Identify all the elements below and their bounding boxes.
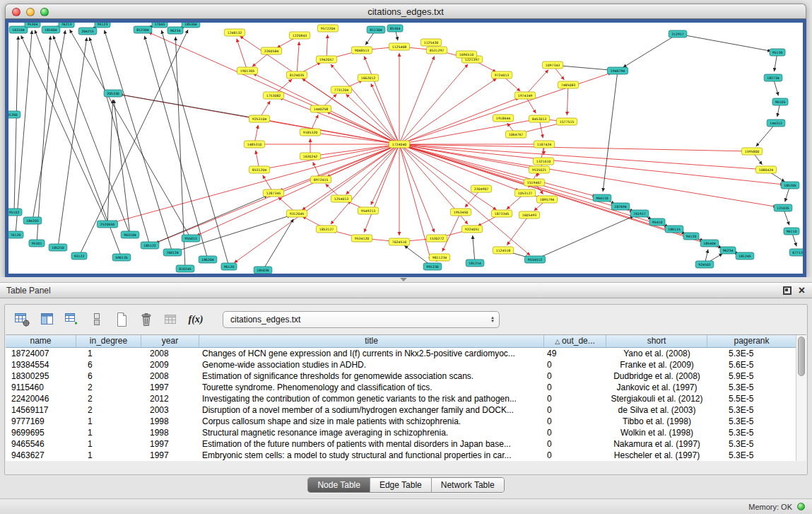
minimize-button[interactable]: [26, 8, 35, 16]
svg-text:1630242: 1630242: [303, 155, 318, 158]
memory-status-indicator[interactable]: [797, 503, 805, 510]
table-cell: 1998: [141, 416, 199, 427]
table-cell: 9777169: [6, 416, 76, 427]
svg-text:7485083: 7485083: [561, 83, 576, 87]
table-row[interactable]: 1456911722003Disruption of a novel membe…: [6, 404, 796, 416]
show-columns-button[interactable]: [38, 310, 57, 329]
tab-edge-table[interactable]: Edge Table: [370, 478, 431, 492]
table-cell: Estimation of the future numbers of pati…: [199, 438, 544, 450]
table-cell: 5.5E-5: [707, 393, 796, 404]
svg-text:95410: 95410: [652, 221, 663, 224]
tab-node-table[interactable]: Node Table: [308, 478, 370, 492]
svg-text:121035: 121035: [777, 206, 789, 210]
table-cell: 9115460: [6, 382, 76, 393]
table-row[interactable]: 969969511998Structural magnetic resonanc…: [6, 427, 796, 438]
panel-splitter[interactable]: [0, 277, 812, 282]
svg-text:185304: 185304: [184, 23, 197, 26]
table-cell: 1: [76, 348, 141, 359]
network-canvas[interactable]: 1724040118742495350211053127187334592240…: [8, 23, 803, 274]
table-cell: 1: [76, 438, 141, 450]
svg-text:95130: 95130: [772, 51, 783, 54]
svg-text:187694: 187694: [614, 205, 627, 209]
svg-text:9534120: 9534120: [355, 237, 370, 240]
network-view-frame: 1724040118742495350211053127187334592240…: [5, 19, 806, 277]
table-cell: 5.3E-5: [707, 427, 796, 438]
table-row[interactable]: 1938455462009Genome-wide association stu…: [6, 359, 796, 370]
table-cell: 49: [544, 348, 606, 359]
column-header-pagerank[interactable]: pagerank: [707, 335, 796, 347]
table-scrollbar[interactable]: [796, 335, 806, 461]
tab-network-table[interactable]: Network Table: [431, 478, 504, 492]
delete-table-button[interactable]: [137, 310, 155, 329]
float-panel-icon[interactable]: [783, 286, 792, 295]
svg-text:9549213: 9549213: [361, 209, 376, 213]
table-cell: Franke et al. (2009): [606, 359, 707, 370]
column-header-short[interactable]: short: [606, 335, 707, 347]
merge-table-button[interactable]: [162, 310, 180, 329]
table-row[interactable]: 946554611997Estimation of the future num…: [6, 438, 796, 450]
table-cell: Changes of HCN gene expression and I(f) …: [199, 348, 544, 359]
svg-text:9534512: 9534512: [528, 258, 543, 262]
table-header-row: name in_degree year title △out_de... sho…: [6, 335, 796, 348]
table-cell: 14569117: [6, 404, 76, 416]
svg-text:1696510: 1696510: [459, 53, 474, 57]
svg-text:201260: 201260: [8, 113, 18, 117]
svg-text:812304: 812304: [136, 28, 149, 32]
table-cell: 1997: [141, 450, 199, 461]
table-row[interactable]: 1872400712008Changes of HCN gene express…: [6, 348, 796, 359]
table-cell: 9699695: [6, 427, 76, 438]
svg-text:1440258: 1440258: [314, 107, 329, 111]
svg-text:95301: 95301: [32, 242, 42, 245]
column-header-in-degree[interactable]: in_degree: [76, 335, 141, 347]
column-header-year[interactable]: year: [141, 335, 199, 347]
import-table-button[interactable]: [63, 310, 81, 329]
column-header-name[interactable]: name: [6, 335, 76, 347]
svg-text:186115: 186115: [668, 228, 681, 231]
svg-text:924502: 924502: [698, 263, 711, 267]
row-tools-button[interactable]: [88, 310, 106, 329]
close-panel-icon[interactable]: ×: [799, 286, 805, 295]
table-row[interactable]: 1830029562008Estimation of significance …: [6, 370, 796, 382]
table-options-button[interactable]: [13, 310, 32, 329]
table-cell: 2009: [141, 359, 199, 370]
table-cell: Nakamura et al. (1997): [606, 438, 707, 450]
svg-text:17045: 17045: [155, 23, 165, 26]
table-cell: Dudbridge et al. (2008): [606, 370, 707, 382]
column-header-title[interactable]: title: [199, 335, 544, 347]
table-cell: 5.9E-5: [707, 370, 796, 382]
scrollbar-thumb[interactable]: [798, 337, 805, 376]
svg-text:85304: 85304: [390, 27, 401, 30]
table-cell: 2: [76, 382, 141, 393]
table-row[interactable]: 946362711997Embryonic stem cells: a mode…: [6, 450, 796, 461]
svg-text:186204: 186204: [201, 258, 214, 262]
new-table-button[interactable]: [112, 310, 131, 329]
svg-text:1064767: 1064767: [509, 133, 524, 136]
table-select-dropdown[interactable]: citations_edges.txt ▲ ▼: [223, 311, 500, 328]
svg-text:9048513: 9048513: [355, 49, 370, 52]
network-window-titlebar[interactable]: citations_edges.txt: [5, 4, 806, 19]
table-row[interactable]: 977716911998Corpus callosum shape and si…: [6, 416, 796, 427]
svg-text:1595800: 1595800: [745, 150, 760, 153]
table-cell: Structural magnetic resonance image aver…: [199, 427, 544, 438]
function-builder-button[interactable]: f(x): [187, 310, 205, 329]
zoom-button[interactable]: [40, 8, 49, 16]
table-cell: 1998: [141, 427, 199, 438]
table-row[interactable]: 2242004622012Investigating the contribut…: [6, 393, 796, 404]
splitter-handle[interactable]: [400, 278, 407, 281]
network-window: citations_edges.txt 17240401187424953502…: [5, 4, 806, 277]
table-cell: Estimation of significance thresholds fo…: [199, 370, 544, 382]
table-cell: 0: [544, 393, 606, 404]
svg-text:1853127: 1853127: [319, 228, 334, 231]
table-cell: Investigating the contribution of common…: [199, 393, 544, 404]
svg-text:1187424: 1187424: [537, 143, 552, 146]
svg-text:1530272: 1530272: [430, 237, 445, 240]
close-button[interactable]: [12, 8, 20, 16]
table-row[interactable]: 911546021997Tourette syndrome. Phenomeno…: [6, 382, 796, 393]
svg-text:9224051: 9224051: [465, 228, 480, 231]
svg-text:1287345: 1287345: [266, 192, 281, 195]
table-cell: 5.3E-5: [707, 450, 796, 461]
table-cell: Tibbo et al. (1998): [606, 416, 707, 427]
table-cell: Wolkin et al. (1998): [606, 427, 707, 438]
svg-text:9312045: 9312045: [290, 212, 305, 216]
column-header-out-degree[interactable]: △out_de...: [544, 335, 606, 347]
